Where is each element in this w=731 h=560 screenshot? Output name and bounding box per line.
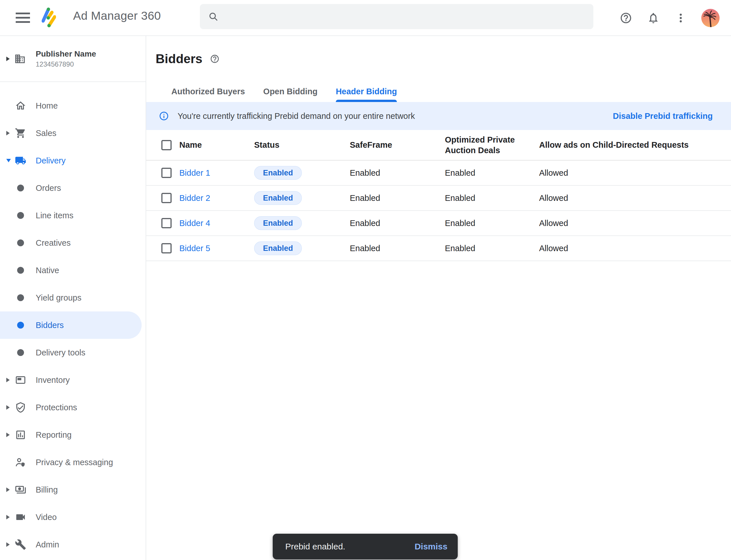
- toast-message: Prebid enabled.: [285, 542, 414, 551]
- sidebar-item-home[interactable]: Home: [0, 92, 146, 119]
- sidebar-item-delivery[interactable]: Delivery: [0, 147, 146, 174]
- expand-caret-icon[interactable]: [6, 378, 10, 382]
- sidebar-item-native[interactable]: Native: [0, 257, 146, 284]
- help-icon[interactable]: [619, 11, 633, 25]
- sidebar-item-label: Bidders: [36, 311, 64, 339]
- tab-open-bidding[interactable]: Open Bidding: [254, 81, 327, 102]
- sidebar-item-label: Home: [36, 92, 58, 119]
- toast-dismiss-button[interactable]: Dismiss: [414, 542, 447, 551]
- child-directed-cell: Allowed: [539, 193, 731, 203]
- table-row: Bidder 1EnabledEnabledEnabledAllowed: [146, 161, 731, 186]
- publisher-switcher[interactable]: Publisher Name 1234567890: [0, 36, 146, 82]
- shield-check-icon: [15, 394, 26, 421]
- prebid-info-banner: You're currently trafficking Prebid dema…: [146, 102, 731, 130]
- notifications-bell-icon[interactable]: [646, 11, 660, 25]
- video-camera-icon: [15, 503, 26, 531]
- sidebar-item-inventory[interactable]: Inventory: [0, 366, 146, 394]
- status-badge: Enabled: [254, 241, 302, 255]
- sidebar-item-label: Privacy & messaging: [36, 449, 113, 476]
- search-bar[interactable]: [200, 4, 593, 29]
- bullet-icon: [17, 185, 24, 191]
- bullet-icon: [17, 349, 24, 356]
- bidder-link[interactable]: Bidder 4: [179, 219, 210, 228]
- disable-prebid-trafficking-link[interactable]: Disable Prebid trafficking: [613, 111, 713, 121]
- expand-caret-icon[interactable]: [6, 515, 10, 519]
- row-checkbox[interactable]: [161, 218, 172, 228]
- status-badge: Enabled: [254, 191, 302, 205]
- child-directed-cell: Allowed: [539, 219, 731, 228]
- sidebar-item-label: Sales: [36, 119, 57, 147]
- page-head: Bidders: [156, 52, 220, 66]
- bullet-icon: [17, 294, 24, 301]
- sidebar-item-protections[interactable]: Protections: [0, 394, 146, 421]
- table-body: Bidder 1EnabledEnabledEnabledAllowedBidd…: [146, 161, 731, 261]
- status-badge: Enabled: [254, 166, 302, 180]
- sidebar: Publisher Name 1234567890 HomeSalesDeliv…: [0, 36, 146, 560]
- truck-icon: [15, 147, 26, 174]
- table-row: Bidder 2EnabledEnabledEnabledAllowed: [146, 186, 731, 211]
- home-icon: [15, 92, 26, 119]
- money-icon: [15, 476, 26, 503]
- expand-caret-icon[interactable]: [6, 542, 10, 547]
- row-checkbox[interactable]: [161, 243, 172, 253]
- tab-bar: Authorized Buyers Open Bidding Header Bi…: [162, 81, 406, 102]
- safeframe-cell: Enabled: [350, 168, 445, 178]
- collapse-caret-icon[interactable]: [6, 159, 11, 162]
- tab-authorized-buyers[interactable]: Authorized Buyers: [162, 81, 254, 102]
- table-row: Bidder 5EnabledEnabledEnabledAllowed: [146, 236, 731, 261]
- sidebar-item-label: Native: [36, 257, 59, 284]
- sidebar-item-privacy-messaging[interactable]: Privacy & messaging: [0, 449, 146, 476]
- inventory-icon: [15, 366, 26, 394]
- sidebar-item-label: Orders: [36, 174, 61, 202]
- table-row: Bidder 4EnabledEnabledEnabledAllowed: [146, 211, 731, 236]
- user-avatar[interactable]: [701, 9, 720, 27]
- sidebar-item-yield-groups[interactable]: Yield groups: [0, 284, 146, 311]
- select-all-checkbox[interactable]: [161, 140, 172, 150]
- row-checkbox[interactable]: [161, 168, 172, 178]
- expand-caret-icon[interactable]: [6, 487, 10, 492]
- sidebar-item-admin[interactable]: Admin: [0, 531, 146, 558]
- sidebar-item-label: Delivery: [36, 147, 66, 174]
- sidebar-item-creatives[interactable]: Creatives: [0, 229, 146, 257]
- bullet-icon: [17, 267, 24, 274]
- bullet-icon: [17, 212, 24, 219]
- sidebar-item-bidders[interactable]: Bidders: [0, 311, 142, 339]
- top-app-bar: Ad Manager 360: [0, 0, 731, 36]
- safeframe-cell: Enabled: [350, 219, 445, 228]
- sidebar-item-label: Protections: [36, 394, 77, 421]
- sidebar-item-sales[interactable]: Sales: [0, 119, 146, 147]
- page-help-icon[interactable]: [210, 54, 220, 64]
- child-directed-cell: Allowed: [539, 168, 731, 178]
- search-input[interactable]: [226, 4, 585, 29]
- expand-caret-icon[interactable]: [6, 405, 10, 410]
- row-checkbox[interactable]: [161, 193, 172, 203]
- main-content: Bidders Authorized Buyers Open Bidding H…: [146, 36, 731, 560]
- sidebar-item-video[interactable]: Video: [0, 503, 146, 531]
- private-auction-cell: Enabled: [445, 244, 539, 253]
- bidder-link[interactable]: Bidder 2: [179, 193, 210, 203]
- expand-caret-icon[interactable]: [6, 131, 10, 135]
- tab-header-bidding[interactable]: Header Bidding: [327, 81, 406, 102]
- column-header-child-directed: Allow ads on Child-Directed Requests: [539, 140, 731, 150]
- sidebar-item-line-items[interactable]: Line items: [0, 202, 146, 229]
- sidebar-item-label: Creatives: [36, 229, 71, 257]
- sidebar-item-label: Video: [36, 503, 57, 531]
- column-header-safeframe: SafeFrame: [350, 140, 445, 150]
- bar-chart-icon: [15, 421, 26, 449]
- sidebar-item-orders[interactable]: Orders: [0, 174, 146, 202]
- sidebar-item-reporting[interactable]: Reporting: [0, 421, 146, 449]
- sidebar-item-billing[interactable]: Billing: [0, 476, 146, 503]
- sidebar-item-label: Billing: [36, 476, 58, 503]
- private-auction-cell: Enabled: [445, 193, 539, 203]
- table-header-row: Name Status SafeFrame Optimized Private …: [146, 130, 731, 161]
- bidder-link[interactable]: Bidder 1: [179, 168, 210, 177]
- hamburger-menu-icon[interactable]: [15, 11, 31, 25]
- bidder-link[interactable]: Bidder 5: [179, 244, 210, 253]
- bullet-icon: [17, 322, 24, 329]
- sidebar-item-label: Reporting: [36, 421, 72, 449]
- sidebar-item-delivery-tools[interactable]: Delivery tools: [0, 339, 146, 366]
- building-icon: [14, 36, 26, 81]
- kebab-menu-icon[interactable]: [674, 11, 688, 25]
- cart-icon: [15, 119, 26, 147]
- expand-caret-icon[interactable]: [6, 433, 10, 437]
